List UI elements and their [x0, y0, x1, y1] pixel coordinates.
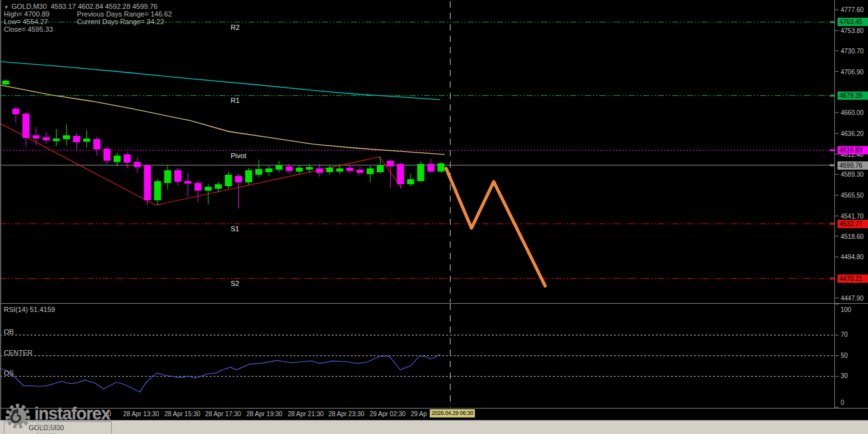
price-tick-label: 4494.80	[841, 254, 864, 261]
instaforex-watermark: instaforex Instant Forex Trading	[3, 400, 33, 434]
close-label: Close= 4595.33	[4, 25, 53, 33]
price-tick-label: 4706.90	[841, 68, 864, 75]
zigzag-line	[0, 123, 402, 205]
candle-body	[356, 170, 363, 173]
price-tick-label: 4565.50	[841, 192, 864, 199]
chart-info-block: ▼GOLD,M30 4593.17 4602.84 4592.28 4599.7…	[4, 3, 172, 33]
candle-body	[407, 179, 414, 184]
mt4-chart-window: ▼GOLD,M30 4593.17 4602.84 4592.28 4599.7…	[0, 0, 868, 434]
level-label-s1: S1	[231, 225, 239, 233]
price-tick-label: 4636.20	[841, 130, 864, 137]
price-badge-4599.76: 4599.76	[837, 161, 868, 170]
price-badge-4679.39: 4679.39	[837, 92, 868, 100]
candle-body	[73, 136, 80, 142]
rsi-level-label-center: CENTER	[4, 349, 32, 356]
candle-body	[215, 184, 222, 189]
time-axis-label: 28 Apr 17:30	[205, 410, 241, 417]
rsi-level-label-ob: OB	[4, 328, 14, 336]
candle-body	[194, 183, 201, 191]
candle-body	[104, 149, 111, 161]
candle-body	[397, 164, 404, 184]
candle-body	[124, 154, 131, 163]
price-tick-label: 4777.60	[841, 6, 864, 13]
candle-body	[336, 168, 343, 172]
candle-body	[93, 139, 100, 149]
candle-body	[235, 176, 242, 182]
level-label-s2: S2	[231, 280, 239, 287]
forecast-arrow-line	[446, 168, 545, 286]
chart-tab-bar	[0, 420, 868, 434]
high-label: High= 4700.89	[4, 10, 75, 18]
candle-body	[32, 135, 39, 139]
window-left-border	[0, 0, 1, 420]
candle-body	[225, 175, 232, 186]
candle-body	[377, 165, 384, 172]
price-tick-label: 4589.30	[841, 171, 864, 178]
level-label-r1: R1	[231, 97, 240, 104]
time-axis-label: 28 Apr 13:30	[123, 410, 159, 417]
time-axis-label: 28 Apr 23:30	[329, 410, 365, 417]
chart-canvas[interactable]	[0, 0, 868, 434]
time-axis-label: 29 Ap	[410, 410, 427, 417]
price-badge-4616.83: 4616.83	[837, 146, 868, 154]
curr-range-label: Current Days Range= 34.22	[77, 18, 164, 25]
rsi-indicator-label: RSI(14) 51.4159	[4, 306, 55, 313]
candle-body	[205, 187, 212, 191]
candle-body	[164, 170, 171, 183]
candle-body	[184, 181, 191, 184]
price-tick-label: 4541.70	[841, 212, 864, 219]
candle-body	[266, 168, 273, 172]
candle-body	[63, 135, 70, 139]
candle-body	[437, 163, 444, 172]
candle-body	[367, 168, 374, 174]
candle-body	[53, 139, 60, 141]
candle-body	[417, 164, 424, 181]
candle-body	[83, 139, 90, 142]
time-axis-label: 28 Apr 15:30	[165, 410, 201, 417]
price-tick-label: 4518.60	[841, 233, 864, 240]
rsi-tick-label: 50	[841, 352, 848, 359]
candle-body	[12, 109, 19, 114]
price-tick-label: 4730.70	[841, 47, 864, 54]
candle-body	[134, 162, 141, 167]
symbol-dropdown-icon[interactable]: ▼	[4, 4, 9, 10]
rsi-tick-label: 100	[841, 306, 851, 313]
watermark-brand-text: instaforex	[34, 404, 110, 424]
time-axis-label: 28 Apr 21:30	[288, 410, 324, 417]
price-badge-4763.45: 4763.45	[837, 18, 868, 26]
candle-body	[306, 167, 313, 170]
rsi-tick-label: 70	[841, 331, 848, 338]
prev-range-label: Previous Days Range= 146.62	[77, 10, 172, 18]
candle-body	[255, 169, 262, 175]
price-tick-label: 4660.00	[841, 109, 864, 116]
price-badge-4470.21: 4470.21	[837, 275, 868, 283]
candle-body	[326, 168, 333, 172]
price-tick-label: 4753.80	[841, 27, 864, 34]
watermark-tagline-text: Instant Forex Trading	[37, 422, 62, 434]
chart-symbol-title: GOLD,M30	[11, 3, 47, 10]
instaforex-gear-icon	[3, 400, 33, 432]
price-tick-label: 4447.90	[841, 294, 864, 301]
price-badge-4532.77: 4532.77	[837, 220, 868, 228]
time-axis-label: 28 Apr 19:30	[247, 410, 283, 417]
candle-body	[428, 164, 435, 172]
level-label-pivot: Pivot	[231, 152, 246, 159]
candle-body	[286, 166, 293, 171]
candle-body	[22, 114, 29, 138]
rsi-tick-label: 30	[841, 372, 848, 379]
candle-body	[114, 156, 121, 162]
candle-body	[3, 81, 10, 85]
ma-cyan-line	[0, 62, 440, 100]
candle-body	[43, 137, 50, 140]
rsi-tick-label: 0	[841, 399, 844, 406]
chart-quote: 4593.17 4602.84 4592.28 4599.76	[51, 3, 158, 10]
candle-body	[154, 181, 161, 200]
candle-body	[276, 165, 283, 170]
level-label-r2: R2	[231, 24, 240, 31]
time-axis-label: 29 Apr 02:30	[370, 410, 406, 417]
candle-body	[346, 168, 353, 171]
candle-body	[295, 168, 302, 172]
rsi-line	[0, 354, 440, 391]
low-label: Low= 4554.27	[4, 18, 75, 25]
candle-body	[316, 168, 323, 173]
